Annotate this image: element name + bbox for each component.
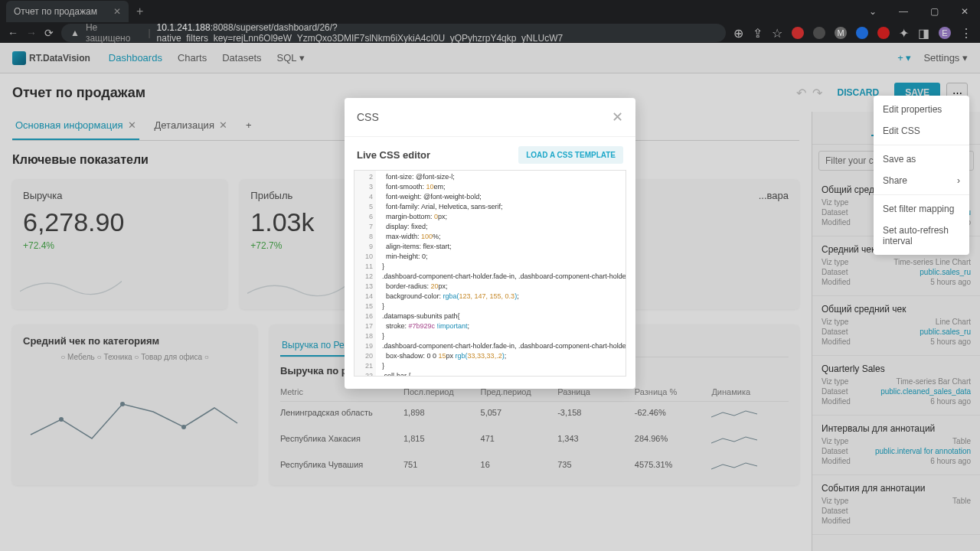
css-modal: CSS ✕ Live CSS editor LOAD A CSS TEMPLAT… xyxy=(345,98,635,389)
actions-dropdown: Edit properties Edit CSS Save as Share› … xyxy=(874,96,969,255)
modal-close-icon[interactable]: ✕ xyxy=(612,109,623,126)
menu-share[interactable]: Share› xyxy=(874,170,969,191)
modal-subtitle: Live CSS editor xyxy=(357,149,430,161)
menu-edit-css[interactable]: Edit CSS xyxy=(874,120,969,142)
css-code-editor[interactable]: 2345678910111213141516171819202122232425… xyxy=(354,170,626,377)
menu-save-as[interactable]: Save as xyxy=(874,148,969,170)
menu-filter-mapping[interactable]: Set filter mapping xyxy=(874,198,969,220)
menu-edit-properties[interactable]: Edit properties xyxy=(874,99,969,120)
modal-title: CSS xyxy=(357,111,379,123)
menu-auto-refresh[interactable]: Set auto-refresh interval xyxy=(874,220,969,252)
load-template-button[interactable]: LOAD A CSS TEMPLATE xyxy=(518,146,623,164)
